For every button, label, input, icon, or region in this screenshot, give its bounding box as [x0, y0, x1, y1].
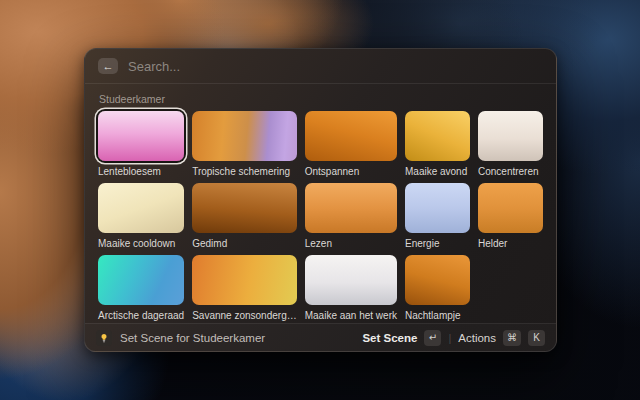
- scene-thumbnail[interactable]: [305, 183, 397, 233]
- scene-thumbnail[interactable]: [405, 111, 470, 161]
- scene-thumbnail[interactable]: [478, 111, 543, 161]
- set-scene-button[interactable]: Set Scene: [362, 332, 417, 344]
- scene-label: Savanne zonsonderg…: [192, 310, 297, 322]
- scene-thumbnail[interactable]: [478, 183, 543, 233]
- section-title: Studeerkamer: [99, 93, 543, 105]
- scene-thumbnail[interactable]: [305, 111, 397, 161]
- arrow-left-icon: ←: [103, 59, 114, 74]
- scene-card-4[interactable]: Concentreren: [478, 111, 543, 178]
- launcher-window: ← Studeerkamer LentebloesemTropische sch…: [84, 48, 557, 352]
- scene-label: Concentreren: [478, 166, 543, 178]
- scene-label: Lentebloesem: [98, 166, 184, 178]
- back-button[interactable]: ←: [98, 58, 118, 74]
- scene-thumbnail[interactable]: [98, 255, 184, 305]
- scene-card-12[interactable]: Maaike aan het werk: [305, 255, 397, 322]
- return-key-badge[interactable]: ↵: [424, 330, 441, 346]
- scene-label: Arctische dageraad: [98, 310, 184, 322]
- scene-label: Nachtlampje: [405, 310, 470, 322]
- scene-thumbnail[interactable]: [405, 183, 470, 233]
- footer-actions: Set Scene ↵ | Actions ⌘ K: [362, 330, 545, 346]
- scene-thumbnail[interactable]: [405, 255, 470, 305]
- scene-card-13[interactable]: Nachtlampje: [405, 255, 470, 322]
- light-bulb-icon: [96, 330, 112, 346]
- scene-card-5[interactable]: Maaike cooldown: [98, 183, 184, 250]
- scene-card-3[interactable]: Maaike avond: [405, 111, 470, 178]
- scene-card-6[interactable]: Gedimd: [192, 183, 297, 250]
- scene-label: Energie: [405, 238, 470, 250]
- scene-card-10[interactable]: Arctische dageraad: [98, 255, 184, 322]
- status-text: Set Scene for Studeerkamer: [120, 332, 354, 344]
- scene-grid: LentebloesemTropische schemeringOntspann…: [98, 111, 543, 322]
- scene-thumbnail[interactable]: [305, 255, 397, 305]
- scene-card-8[interactable]: Energie: [405, 183, 470, 250]
- command-key-badge[interactable]: ⌘: [503, 330, 521, 346]
- scene-label: Maaike avond: [405, 166, 470, 178]
- scene-thumbnail[interactable]: [98, 183, 184, 233]
- scene-label: Ontspannen: [305, 166, 397, 178]
- scene-label: Helder: [478, 238, 543, 250]
- scene-thumbnail[interactable]: [192, 111, 297, 161]
- search-input[interactable]: [128, 59, 543, 74]
- scene-card-1[interactable]: Tropische schemering: [192, 111, 297, 178]
- footer-separator: |: [448, 332, 451, 344]
- scene-thumbnail[interactable]: [192, 255, 297, 305]
- scene-label: Maaike aan het werk: [305, 310, 397, 322]
- actions-button[interactable]: Actions: [458, 332, 496, 344]
- scene-label: Gedimd: [192, 238, 297, 250]
- k-key-badge[interactable]: K: [528, 330, 545, 346]
- scene-thumbnail[interactable]: [192, 183, 297, 233]
- scene-card-7[interactable]: Lezen: [305, 183, 397, 250]
- scene-card-11[interactable]: Savanne zonsonderg…: [192, 255, 297, 322]
- scene-card-2[interactable]: Ontspannen: [305, 111, 397, 178]
- search-bar: ←: [85, 49, 556, 84]
- scene-thumbnail[interactable]: [98, 111, 184, 161]
- scene-label: Lezen: [305, 238, 397, 250]
- scene-list: Studeerkamer LentebloesemTropische schem…: [85, 84, 556, 323]
- scene-card-0[interactable]: Lentebloesem: [98, 111, 184, 178]
- scene-label: Maaike cooldown: [98, 238, 184, 250]
- scene-label: Tropische schemering: [192, 166, 297, 178]
- scene-card-9[interactable]: Helder: [478, 183, 543, 250]
- action-bar: Set Scene for Studeerkamer Set Scene ↵ |…: [85, 323, 556, 351]
